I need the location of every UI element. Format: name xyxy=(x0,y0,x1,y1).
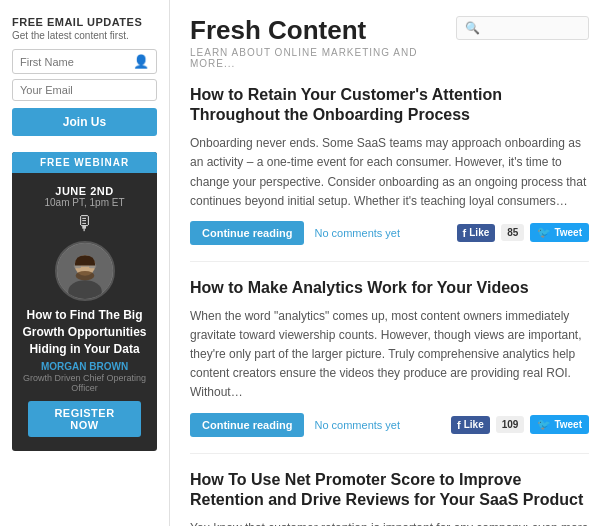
article-footer: Continue reading No comments yet f Like … xyxy=(190,221,589,245)
facebook-count: 85 xyxy=(501,224,524,241)
email-section: FREE EMAIL UPDATES Get the latest conten… xyxy=(12,16,157,136)
article-footer: Continue reading No comments yet f Like … xyxy=(190,413,589,437)
svg-point-6 xyxy=(75,271,94,280)
webinar-avatar xyxy=(55,241,115,301)
twitter-icon: 🐦 xyxy=(537,418,551,431)
facebook-icon: f xyxy=(463,227,467,239)
webinar-time: 10am PT, 1pm ET xyxy=(22,197,147,208)
first-name-field-row[interactable]: 👤 xyxy=(12,49,157,74)
tweet-button[interactable]: 🐦 Tweet xyxy=(530,415,589,434)
webinar-title: How to Find The Big Growth Opportunities… xyxy=(22,307,147,357)
register-button[interactable]: REGISTER NOW xyxy=(28,401,141,437)
first-name-input[interactable] xyxy=(20,56,133,68)
svg-rect-4 xyxy=(81,265,88,266)
tweet-button[interactable]: 🐦 Tweet xyxy=(530,223,589,242)
article-title[interactable]: How to Make Analytics Work for Your Vide… xyxy=(190,278,589,299)
articles-list: How to Retain Your Customer's Attention … xyxy=(190,85,589,526)
article-excerpt: You know that customer retention is impo… xyxy=(190,519,589,526)
page-subtitle: LEARN ABOUT ONLINE MARKETING AND MORE... xyxy=(190,47,456,69)
webinar-header: FREE WEBINAR xyxy=(12,152,157,173)
sidebar: FREE EMAIL UPDATES Get the latest conten… xyxy=(0,0,170,526)
twitter-icon: 🐦 xyxy=(537,226,551,239)
article-title[interactable]: How to Retain Your Customer's Attention … xyxy=(190,85,589,127)
social-buttons: f Like 109 🐦 Tweet xyxy=(451,415,589,434)
main-content: Fresh Content LEARN ABOUT ONLINE MARKETI… xyxy=(170,0,609,526)
facebook-like-button[interactable]: f Like xyxy=(451,416,490,434)
email-input[interactable] xyxy=(20,84,149,96)
article-title[interactable]: How To Use Net Promoter Score to Improve… xyxy=(190,470,589,512)
webinar-date: JUNE 2ND xyxy=(22,185,147,197)
article-item: How To Use Net Promoter Score to Improve… xyxy=(190,470,589,526)
email-field-row[interactable] xyxy=(12,79,157,101)
join-button[interactable]: Join Us xyxy=(12,108,157,136)
page-title: Fresh Content xyxy=(190,16,456,45)
email-section-title: FREE EMAIL UPDATES xyxy=(12,16,157,28)
article-excerpt: When the word "analytics" comes up, most… xyxy=(190,307,589,403)
webinar-ad: FREE WEBINAR JUNE 2ND 10am PT, 1pm ET 🎙 xyxy=(12,152,157,451)
search-input[interactable] xyxy=(484,22,584,34)
webinar-body: JUNE 2ND 10am PT, 1pm ET 🎙 xyxy=(12,173,157,451)
social-buttons: f Like 85 🐦 Tweet xyxy=(457,223,589,242)
article-item: How to Make Analytics Work for Your Vide… xyxy=(190,278,589,454)
person-icon: 👤 xyxy=(133,54,149,69)
search-icon: 🔍 xyxy=(465,21,480,35)
webinar-author: MORGAN BROWN xyxy=(22,361,147,372)
no-comments-link[interactable]: No comments yet xyxy=(314,227,400,239)
no-comments-link[interactable]: No comments yet xyxy=(314,419,400,431)
facebook-icon: f xyxy=(457,419,461,431)
continue-reading-button[interactable]: Continue reading xyxy=(190,413,304,437)
email-section-subtitle: Get the latest content first. xyxy=(12,30,157,41)
search-box[interactable]: 🔍 xyxy=(456,16,589,40)
header-text: Fresh Content LEARN ABOUT ONLINE MARKETI… xyxy=(190,16,456,69)
webinar-role: Growth Driven Chief Operating Officer xyxy=(22,373,147,393)
facebook-like-button[interactable]: f Like xyxy=(457,224,496,242)
article-item: How to Retain Your Customer's Attention … xyxy=(190,85,589,262)
mic-icon: 🎙 xyxy=(22,212,147,235)
continue-reading-button[interactable]: Continue reading xyxy=(190,221,304,245)
main-header: Fresh Content LEARN ABOUT ONLINE MARKETI… xyxy=(190,16,589,69)
facebook-count: 109 xyxy=(496,416,525,433)
article-excerpt: Onboarding never ends. Some SaaS teams m… xyxy=(190,134,589,211)
